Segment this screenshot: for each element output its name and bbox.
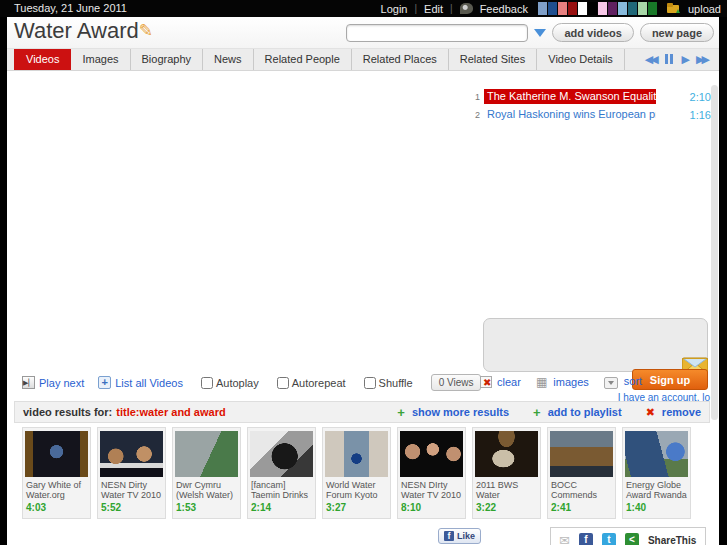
new-page-button[interactable]: new page bbox=[640, 23, 714, 42]
playlist-scrollbar[interactable] bbox=[711, 85, 718, 420]
facebook-like-button[interactable]: f Like bbox=[438, 528, 481, 544]
flag-icon[interactable] bbox=[568, 2, 577, 15]
sharethis-icon[interactable]: < bbox=[625, 533, 639, 545]
tab-news[interactable]: News bbox=[203, 49, 254, 70]
upload-link[interactable]: upload bbox=[688, 3, 721, 15]
video-thumbnail[interactable] bbox=[250, 431, 313, 477]
video-title[interactable]: NESN DIrty Water TV 2010 bbox=[398, 477, 465, 501]
add-to-playlist-plus-icon[interactable]: + bbox=[533, 405, 541, 420]
feedback-link[interactable]: Feedback bbox=[480, 3, 528, 15]
shuffle-label: Shuffle bbox=[379, 377, 413, 389]
flag-icon[interactable] bbox=[538, 2, 547, 15]
search-dropdown-icon[interactable] bbox=[534, 29, 546, 37]
video-thumbnail[interactable] bbox=[625, 431, 688, 477]
shuffle-checkbox[interactable] bbox=[364, 377, 376, 389]
video-card[interactable]: 2011 BWS Water Conservation 3:22 bbox=[472, 427, 541, 519]
video-thumbnail[interactable] bbox=[325, 431, 388, 477]
tab-related-people[interactable]: Related People bbox=[254, 49, 352, 70]
tab-biography[interactable]: Biography bbox=[131, 49, 204, 70]
video-thumbnail[interactable] bbox=[100, 431, 163, 477]
video-thumbnail[interactable] bbox=[400, 431, 463, 477]
flag-icon[interactable] bbox=[548, 2, 557, 15]
video-card[interactable]: Dwr Cymru (Welsh Water) - 1:53 bbox=[172, 427, 241, 519]
video-title[interactable]: 2011 BWS Water Conservation bbox=[473, 477, 540, 501]
video-card[interactable]: BOCC Commends 2:41 bbox=[547, 427, 616, 519]
images-link[interactable]: images bbox=[553, 376, 588, 388]
pause-icon[interactable] bbox=[665, 54, 673, 64]
flag-icon[interactable] bbox=[598, 2, 607, 15]
remove-link[interactable]: remove bbox=[662, 406, 701, 418]
add-to-playlist-link[interactable]: add to playlist bbox=[548, 406, 622, 418]
playlist-item[interactable]: 1 The Katherine M. Swanson Equality Aw..… bbox=[471, 89, 711, 104]
playlist-item-title[interactable]: Royal Haskoning wins European prize f... bbox=[484, 107, 656, 122]
flag-icon[interactable] bbox=[578, 2, 587, 15]
add-videos-button[interactable]: add videos bbox=[552, 23, 633, 42]
video-card[interactable]: NESN DIrty Water TV 2010 8:10 bbox=[397, 427, 466, 519]
tab-related-sites[interactable]: Related Sites bbox=[449, 49, 537, 70]
autoplay-checkbox[interactable] bbox=[201, 377, 213, 389]
results-actions: + show more results + add to playlist ✖ … bbox=[397, 405, 701, 420]
video-thumbnail[interactable] bbox=[175, 431, 238, 477]
flag-icon[interactable] bbox=[618, 2, 627, 15]
clear-link[interactable]: clear bbox=[497, 376, 521, 388]
video-card[interactable]: World Water Forum Kyoto 3:27 bbox=[322, 427, 391, 519]
video-title[interactable]: Dwr Cymru (Welsh Water) - bbox=[173, 477, 240, 501]
search-input[interactable] bbox=[346, 24, 528, 42]
login-link[interactable]: Login bbox=[381, 3, 408, 15]
video-title[interactable]: [fancam] Taemin Drinks Water with bbox=[248, 477, 315, 501]
edit-pencil-icon[interactable]: ✎ bbox=[139, 21, 153, 40]
twitter-share-icon[interactable]: t bbox=[602, 533, 616, 545]
email-share-icon[interactable]: ✉ bbox=[559, 533, 570, 545]
play-icon[interactable]: ▶ bbox=[682, 52, 687, 66]
video-duration: 3:22 bbox=[473, 501, 540, 514]
tab-video-details[interactable]: Video Details bbox=[537, 49, 625, 70]
forward-icon[interactable]: ▶▶ bbox=[696, 52, 707, 66]
autorepeat-checkbox[interactable] bbox=[277, 377, 289, 389]
edit-link[interactable]: Edit bbox=[424, 3, 443, 15]
facebook-icon: f bbox=[444, 531, 454, 541]
page-title: Water Award✎ bbox=[14, 18, 153, 44]
sort-tool[interactable]: sort bbox=[604, 375, 642, 389]
flag-icon[interactable] bbox=[638, 2, 647, 15]
list-all-videos-icon[interactable]: + bbox=[98, 376, 111, 389]
language-flags[interactable] bbox=[538, 2, 657, 15]
video-card[interactable]: [fancam] Taemin Drinks Water with 2:14 bbox=[247, 427, 316, 519]
tab-related-places[interactable]: Related Places bbox=[352, 49, 449, 70]
video-title[interactable]: BOCC Commends bbox=[548, 477, 615, 501]
video-title[interactable]: World Water Forum Kyoto bbox=[323, 477, 390, 501]
rewind-icon[interactable]: ◀◀ bbox=[645, 52, 656, 66]
flag-icon[interactable] bbox=[608, 2, 617, 15]
video-card[interactable]: Energy Globe Award Rwanda 1:40 bbox=[622, 427, 691, 519]
video-thumbnail[interactable] bbox=[25, 431, 88, 477]
clear-tool[interactable]: ✖ clear bbox=[480, 376, 521, 388]
play-next-link[interactable]: Play next bbox=[39, 377, 84, 389]
video-results-bar: video results for: title:water and award… bbox=[14, 401, 710, 423]
flag-icon[interactable] bbox=[588, 2, 597, 15]
video-card[interactable]: Gary White of Water.org 4:03 bbox=[22, 427, 91, 519]
list-all-videos-link[interactable]: List all Videos bbox=[115, 377, 183, 389]
video-card[interactable]: NESN Dirty Water TV 2010 5:52 bbox=[97, 427, 166, 519]
play-next-icon[interactable]: ▶▏ bbox=[22, 376, 35, 389]
sharethis-label[interactable]: ShareThis bbox=[648, 535, 696, 545]
show-more-results-link[interactable]: show more results bbox=[412, 406, 509, 418]
playlist-item-title[interactable]: The Katherine M. Swanson Equality Aw... bbox=[484, 89, 656, 104]
facebook-share-icon[interactable]: f bbox=[579, 533, 593, 545]
autorepeat-label: Autorepeat bbox=[292, 377, 346, 389]
video-title[interactable]: Gary White of Water.org bbox=[23, 477, 90, 501]
sort-link[interactable]: sort bbox=[624, 375, 642, 387]
tab-images[interactable]: Images bbox=[71, 49, 130, 70]
sign-up-button[interactable]: Sign up bbox=[632, 369, 708, 390]
flag-icon[interactable] bbox=[628, 2, 637, 15]
flag-icon[interactable] bbox=[648, 2, 657, 15]
video-player-area[interactable] bbox=[14, 77, 464, 372]
video-title[interactable]: Energy Globe Award Rwanda bbox=[623, 477, 690, 501]
video-thumbnail[interactable] bbox=[475, 431, 538, 477]
images-tool[interactable]: ▦ images bbox=[536, 375, 589, 389]
playlist-item[interactable]: 2 Royal Haskoning wins European prize f.… bbox=[471, 107, 711, 122]
video-thumbnail[interactable] bbox=[550, 431, 613, 477]
video-title[interactable]: NESN Dirty Water TV 2010 bbox=[98, 477, 165, 501]
tab-videos[interactable]: Videos bbox=[14, 49, 71, 70]
remove-x-icon[interactable]: ✖ bbox=[646, 406, 655, 419]
show-more-plus-icon[interactable]: + bbox=[397, 405, 405, 420]
flag-icon[interactable] bbox=[558, 2, 567, 15]
